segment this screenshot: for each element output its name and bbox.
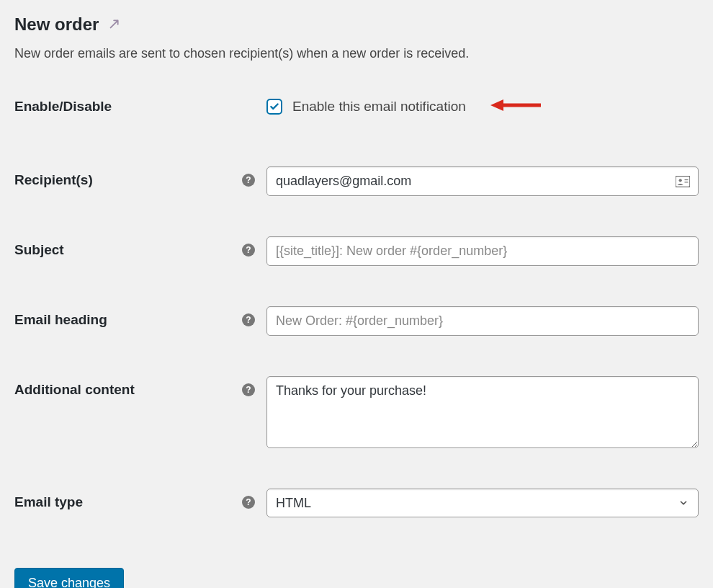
label-cell-enable: Enable/Disable: [14, 99, 266, 115]
row-recipients: Recipient(s) ?: [14, 166, 699, 196]
enable-checkbox-wrapper: Enable this email notification: [266, 99, 466, 115]
email-type-select[interactable]: HTML: [266, 489, 699, 517]
save-button[interactable]: Save changes: [14, 568, 124, 588]
svg-rect-2: [676, 176, 690, 187]
input-cell-email-heading: [266, 306, 699, 336]
row-additional-content: Additional content ?: [14, 376, 699, 448]
help-icon[interactable]: ?: [242, 244, 255, 257]
help-icon[interactable]: ?: [242, 496, 255, 509]
label-cell-subject: Subject ?: [14, 236, 266, 258]
email-type-select-wrapper: HTML: [266, 489, 699, 517]
label-cell-email-type: Email type ?: [14, 489, 266, 510]
row-subject: Subject ?: [14, 236, 699, 266]
input-cell-email-type: HTML: [266, 489, 699, 517]
enable-checkbox-label: Enable this email notification: [292, 99, 466, 115]
additional-content-textarea[interactable]: [266, 376, 699, 448]
email-heading-input[interactable]: [266, 306, 699, 336]
help-icon[interactable]: ?: [242, 313, 255, 326]
input-cell-recipients: [266, 166, 699, 196]
input-cell-enable: Enable this email notification: [266, 97, 699, 116]
label-cell-additional-content: Additional content ?: [14, 376, 266, 398]
field-label-subject: Subject: [14, 242, 242, 258]
field-label-email-type: Email type: [14, 494, 242, 510]
back-icon[interactable]: [107, 15, 123, 34]
page-header: New order New order emails are sent to c…: [14, 14, 699, 61]
row-email-type: Email type ? HTML: [14, 489, 699, 517]
label-cell-recipients: Recipient(s) ?: [14, 166, 266, 188]
recipients-input-wrapper: [266, 166, 699, 196]
field-label-additional-content: Additional content: [14, 382, 242, 398]
row-email-heading: Email heading ?: [14, 306, 699, 336]
title-row: New order: [14, 14, 699, 35]
enable-checkbox[interactable]: [266, 99, 282, 115]
field-label-recipients: Recipient(s): [14, 172, 242, 188]
help-icon[interactable]: ?: [242, 383, 255, 396]
page-title: New order: [14, 14, 99, 35]
label-cell-email-heading: Email heading ?: [14, 306, 266, 328]
field-label-enable: Enable/Disable: [14, 99, 266, 115]
help-icon[interactable]: ?: [242, 174, 255, 187]
field-label-email-heading: Email heading: [14, 312, 242, 328]
input-cell-subject: [266, 236, 699, 266]
annotation-arrow-icon: [490, 97, 541, 116]
row-enable: Enable/Disable Enable this email notific…: [14, 97, 699, 116]
input-cell-additional-content: [266, 376, 699, 448]
svg-marker-1: [490, 99, 503, 111]
settings-form: Enable/Disable Enable this email notific…: [14, 97, 699, 517]
recipients-input[interactable]: [266, 166, 699, 196]
page-description: New order emails are sent to chosen reci…: [14, 46, 699, 61]
subject-input[interactable]: [266, 236, 699, 266]
svg-point-3: [679, 179, 682, 182]
